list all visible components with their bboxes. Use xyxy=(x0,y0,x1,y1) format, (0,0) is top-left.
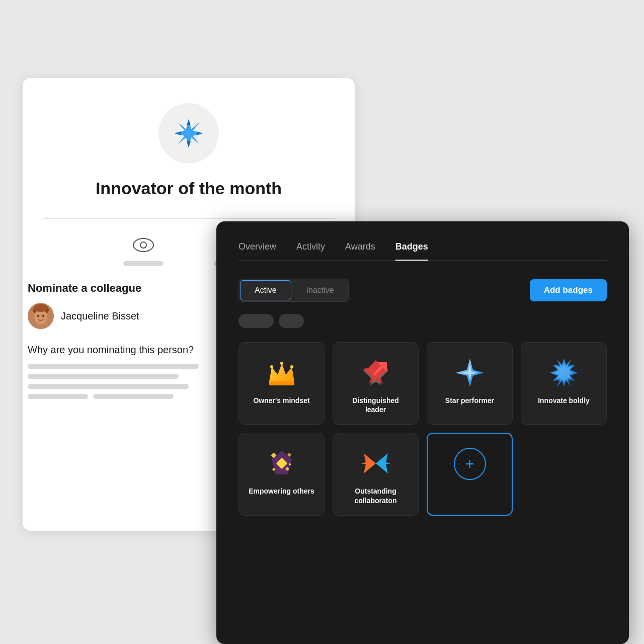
tab-activity[interactable]: Activity xyxy=(296,242,325,260)
person-row: Jacqueline Bisset xyxy=(28,303,229,329)
svg-point-7 xyxy=(140,242,146,248)
person-name: Jacqueline Bisset xyxy=(61,310,139,322)
svg-point-15 xyxy=(42,315,44,317)
svg-point-6 xyxy=(133,238,153,252)
svg-point-21 xyxy=(290,365,293,368)
svg-marker-1 xyxy=(180,124,198,142)
text-line-4 xyxy=(28,394,88,399)
badge-card-outstanding-collaboration[interactable]: Outstanding collaboraton xyxy=(333,433,419,515)
nominate-section: Nominate a colleague Jacqueline Bisset W… xyxy=(23,282,234,399)
text-line-1 xyxy=(28,364,199,369)
add-circle: + xyxy=(454,448,486,480)
svg-marker-26 xyxy=(462,365,478,381)
tab-overview[interactable]: Overview xyxy=(238,242,276,260)
outstanding-collaboration-label: Outstanding collaboraton xyxy=(341,487,410,505)
svg-marker-4 xyxy=(187,141,191,147)
svg-marker-37 xyxy=(376,453,391,473)
badge-card-distinguished-leader[interactable]: Distinguished leader xyxy=(333,342,419,425)
dark-panel: Overview Activity Awards Badges Active I… xyxy=(216,221,629,644)
svg-marker-5 xyxy=(175,131,181,135)
text-line-2 xyxy=(28,374,179,379)
badge-card-empowering-others[interactable]: Empowering others xyxy=(238,433,325,515)
eye-label xyxy=(123,261,164,266)
nominate-title: Nominate a colleague xyxy=(28,282,229,295)
svg-point-20 xyxy=(280,362,283,365)
innovator-badge-icon xyxy=(171,116,206,151)
pill-2 xyxy=(279,314,304,328)
empowering-others-label: Empowering others xyxy=(249,487,314,496)
svg-point-14 xyxy=(37,315,39,317)
inactive-toggle[interactable]: Inactive xyxy=(292,279,348,301)
avatar xyxy=(28,303,54,329)
add-badges-button[interactable]: Add badges xyxy=(530,279,607,301)
badge-hero-circle xyxy=(158,103,219,164)
badge-card-innovate-boldly[interactable]: Innovate boldly xyxy=(521,342,607,425)
eye-icon-item xyxy=(123,234,164,266)
eye-icon xyxy=(132,234,154,256)
innovate-boldly-icon xyxy=(548,357,580,389)
star-performer-label: Star performer xyxy=(445,396,494,405)
badge-card-star-performer[interactable]: Star performer xyxy=(427,342,513,425)
svg-rect-18 xyxy=(269,381,294,385)
text-lines-row xyxy=(28,394,229,399)
filter-row: Active Inactive Add badges xyxy=(238,279,607,302)
star-performer-icon xyxy=(454,357,486,389)
why-title: Why are you nominating this person? xyxy=(28,344,229,356)
divider xyxy=(43,218,335,219)
text-line-5 xyxy=(93,394,174,399)
tab-awards[interactable]: Awards xyxy=(345,242,375,260)
card-title: Innovator of the month xyxy=(96,179,282,198)
empowering-others-icon xyxy=(266,447,298,479)
badge-card-owners-mindset[interactable]: Owner's mindset xyxy=(238,342,325,425)
svg-point-34 xyxy=(272,468,275,471)
svg-point-13 xyxy=(34,304,48,312)
sub-filter xyxy=(238,314,607,328)
owners-mindset-icon xyxy=(266,357,298,389)
innovate-boldly-label: Innovate boldly xyxy=(538,396,590,405)
tab-badges[interactable]: Badges xyxy=(395,242,428,260)
svg-point-35 xyxy=(289,463,291,465)
toggle-group: Active Inactive xyxy=(238,279,349,302)
badge-card-add-new[interactable]: + xyxy=(427,433,513,515)
distinguished-leader-icon xyxy=(360,357,392,389)
text-line-3 xyxy=(28,384,189,389)
svg-marker-3 xyxy=(197,131,203,135)
distinguished-leader-label: Distinguished leader xyxy=(341,396,410,414)
svg-marker-2 xyxy=(187,119,191,125)
active-toggle[interactable]: Active xyxy=(240,280,291,300)
pill-1 xyxy=(238,314,274,328)
badge-grid: Owner's mindset xyxy=(238,342,607,516)
owners-mindset-label: Owner's mindset xyxy=(253,396,309,405)
svg-point-19 xyxy=(270,365,273,368)
outstanding-collaboration-icon xyxy=(360,447,392,479)
svg-marker-36 xyxy=(361,453,376,473)
why-text-placeholder xyxy=(28,364,229,399)
tabs-row: Overview Activity Awards Badges xyxy=(238,242,607,261)
add-new-icon: + xyxy=(454,448,486,480)
